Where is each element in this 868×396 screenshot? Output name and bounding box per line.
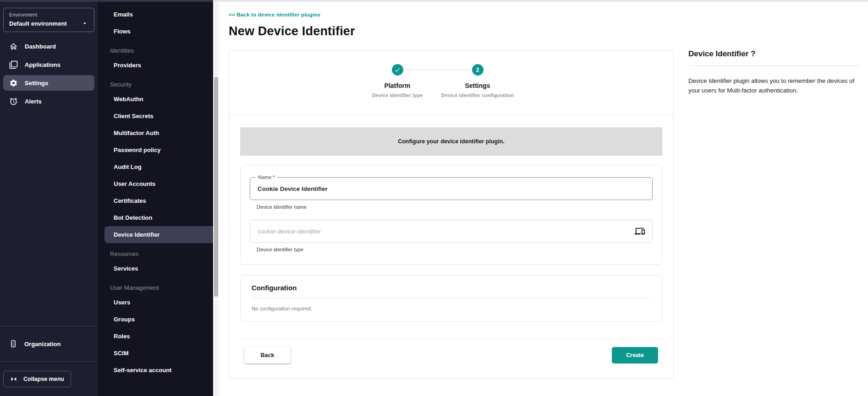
sidebar-item-flows[interactable]: Flows bbox=[98, 23, 213, 40]
section-user-management: User Management bbox=[98, 277, 213, 294]
section-identities: Identities bbox=[98, 40, 213, 57]
info-banner: Configure your device identifier plugin. bbox=[240, 127, 662, 156]
stepper-header: Platform Device identifier type 2 Settin… bbox=[229, 51, 673, 115]
alarm-icon bbox=[9, 97, 18, 106]
divider bbox=[0, 361, 98, 362]
secondary-sidebar: Emails Flows Identities Providers Securi… bbox=[98, 0, 213, 396]
sidebar-item-self-service-account[interactable]: Self-service account bbox=[98, 362, 213, 379]
step-sublabel: Device identifier configuration bbox=[438, 92, 518, 98]
help-panel: Device Identifier ? Device Identifier pl… bbox=[688, 0, 868, 396]
info-banner-text: Configure your device identifier plugin. bbox=[398, 138, 505, 145]
environment-value: Default environment bbox=[9, 20, 67, 27]
chevron-down-icon bbox=[81, 20, 88, 27]
main-content: << Back to device identifier plugins New… bbox=[219, 0, 868, 396]
sidebar-item-users[interactable]: Users bbox=[98, 294, 213, 311]
sidebar-item-label: Dashboard bbox=[25, 43, 56, 50]
gear-icon bbox=[9, 79, 18, 87]
step-label: Platform bbox=[357, 82, 438, 89]
collapse-icon bbox=[10, 375, 17, 383]
sidebar-item-label: Applications bbox=[25, 61, 60, 68]
devices-icon[interactable] bbox=[635, 226, 645, 236]
sidebar-item-dashboard[interactable]: Dashboard bbox=[3, 38, 94, 54]
name-field-hint: Device identifier name bbox=[257, 204, 653, 210]
sidebar-item-settings[interactable]: Settings bbox=[3, 75, 94, 91]
environment-selector[interactable]: Environment Default environment bbox=[3, 8, 94, 32]
sidebar-item-applications[interactable]: Applications bbox=[3, 57, 94, 72]
step-label: Settings bbox=[438, 82, 518, 89]
applications-icon bbox=[9, 60, 18, 69]
sidebar-item-organization[interactable]: Organization bbox=[0, 326, 98, 361]
wizard-actions: Back Create bbox=[240, 347, 662, 378]
create-button[interactable]: Create bbox=[612, 347, 658, 363]
home-icon bbox=[9, 42, 18, 51]
configuration-title: Configuration bbox=[252, 284, 651, 298]
sidebar-item-client-secrets[interactable]: Client Secrets bbox=[98, 108, 213, 125]
divider bbox=[688, 65, 860, 66]
scrollbar-thumb[interactable] bbox=[214, 77, 218, 297]
identifier-form-card: Name * Device identifier name Device ide… bbox=[240, 165, 662, 265]
divider bbox=[240, 339, 662, 339]
sidebar-item-groups[interactable]: Groups bbox=[98, 311, 213, 328]
window-top-edge bbox=[0, 0, 868, 2]
page-title: New Device Identifier bbox=[229, 24, 676, 38]
primary-sidebar: Environment Default environment Dashboar… bbox=[0, 0, 98, 396]
back-button[interactable]: Back bbox=[244, 347, 291, 363]
step-done-indicator[interactable] bbox=[392, 64, 403, 76]
configuration-card: Configuration No configuration required. bbox=[240, 275, 662, 322]
type-field-hint: Device identifier type bbox=[257, 247, 653, 252]
step-connector bbox=[406, 70, 470, 70]
wizard-card: Platform Device identifier type 2 Settin… bbox=[229, 50, 674, 379]
configuration-empty-text: No configuration required. bbox=[252, 306, 651, 311]
collapse-menu-button[interactable]: Collapse menu bbox=[3, 371, 71, 387]
sidebar-item-webauthn[interactable]: WebAuthn bbox=[98, 91, 213, 108]
section-resources: Resources bbox=[98, 243, 213, 260]
help-panel-title: Device Identifier ? bbox=[688, 49, 860, 59]
sidebar-item-roles[interactable]: Roles bbox=[98, 328, 213, 345]
sidebar-item-scim[interactable]: SCIM bbox=[98, 345, 213, 362]
environment-label: Environment bbox=[9, 12, 88, 17]
organization-label: Organization bbox=[24, 341, 60, 347]
app-window: Environment Default environment Dashboar… bbox=[0, 0, 868, 396]
type-field bbox=[250, 220, 653, 243]
sidebar-item-bot-detection[interactable]: Bot Detection bbox=[98, 209, 213, 226]
sidebar-item-providers[interactable]: Providers bbox=[98, 57, 213, 74]
sidebar-item-label: Alerts bbox=[25, 98, 42, 105]
step-sublabel: Device identifier type bbox=[357, 92, 438, 98]
sidebar-item-device-identifier[interactable]: Device Identifier bbox=[104, 226, 213, 243]
sidebar-item-emails[interactable]: Emails bbox=[98, 6, 213, 23]
sidebar-scrollbar[interactable] bbox=[213, 0, 219, 396]
sidebar-item-label: Settings bbox=[25, 80, 48, 87]
sidebar-item-alerts[interactable]: Alerts bbox=[3, 93, 94, 109]
sidebar-item-user-accounts[interactable]: User Accounts bbox=[98, 175, 213, 192]
step-number-indicator[interactable]: 2 bbox=[472, 64, 483, 76]
section-security: Security bbox=[98, 74, 213, 91]
sidebar-item-audit-log[interactable]: Audit Log bbox=[98, 158, 213, 175]
building-icon bbox=[9, 340, 17, 348]
type-input[interactable] bbox=[258, 228, 629, 235]
sidebar-item-services[interactable]: Services bbox=[98, 260, 213, 277]
sidebar-item-multifactor-auth[interactable]: Multifactor Auth bbox=[98, 125, 213, 141]
primary-nav: Dashboard Applications Settings Alerts bbox=[0, 38, 98, 109]
collapse-menu-label: Collapse menu bbox=[23, 376, 64, 382]
sidebar-footer: Organization Collapse menu bbox=[0, 326, 98, 396]
sidebar-item-password-policy[interactable]: Password policy bbox=[98, 141, 213, 158]
sidebar-item-certificates[interactable]: Certificates bbox=[98, 192, 213, 209]
back-to-plugins-link[interactable]: << Back to device identifier plugins bbox=[229, 12, 320, 17]
check-icon bbox=[394, 67, 401, 73]
name-field: Name * bbox=[250, 177, 653, 200]
name-input[interactable] bbox=[258, 185, 645, 192]
name-field-label: Name * bbox=[256, 174, 277, 180]
help-panel-body: Device Identifier plugin allows you to r… bbox=[688, 76, 860, 96]
